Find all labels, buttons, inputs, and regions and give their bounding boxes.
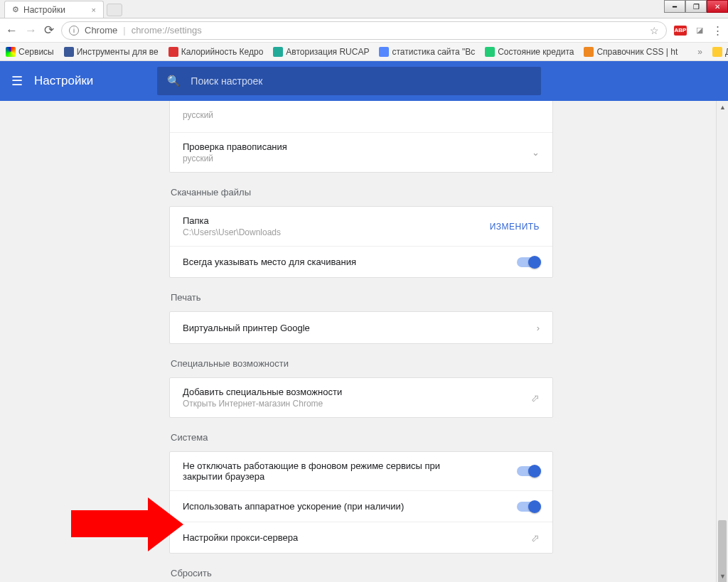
browser-tab[interactable]: ⚙ Настройки × <box>4 1 104 18</box>
hw-accel-row: Использовать аппаратное ускорение (при н… <box>170 490 552 522</box>
chevron-right-icon: › <box>537 323 540 333</box>
menu-icon[interactable]: ☰ <box>0 73 34 89</box>
proxy-row[interactable]: Настройки прокси-сервера ⬀ <box>170 522 552 553</box>
external-link-icon: ⬀ <box>531 392 540 404</box>
minimize-button[interactable]: ━ <box>664 0 685 13</box>
spellcheck-row[interactable]: Проверка правописания русский ⌄ <box>170 132 552 172</box>
address-bar[interactable]: i Chrome | chrome://settings ☆ <box>61 21 667 40</box>
bookmarks-bar: Сервисы Инструменты для ве Калорийность … <box>0 43 728 61</box>
language-card: русский Проверка правописания русский ⌄ <box>169 101 553 173</box>
downloads-folder-row: Папка C:\Users\User\Downloads ИЗМЕНИТЬ <box>170 207 552 246</box>
new-tab-button[interactable] <box>107 4 122 16</box>
print-card: Виртуальный принтер Google › <box>169 311 553 344</box>
external-link-icon: ⬀ <box>531 532 540 544</box>
section-a11y: Специальные возможности <box>171 358 553 369</box>
scroll-down-icon[interactable]: ▼ <box>717 570 728 582</box>
a11y-card: Добавить специальные возможности Открыть… <box>169 377 553 418</box>
abp-extension-icon[interactable]: ABP <box>674 26 687 36</box>
bookmark-item[interactable]: Сервисы <box>6 47 54 57</box>
url-scheme: Chrome <box>85 25 117 36</box>
tab-strip: ⚙ Настройки × <box>0 0 728 18</box>
bookmarks-overflow-icon[interactable]: » <box>697 47 702 57</box>
settings-search[interactable]: 🔍 <box>157 67 541 95</box>
search-icon: 🔍 <box>167 75 181 87</box>
add-a11y-row[interactable]: Добавить специальные возможности Открыть… <box>170 378 552 417</box>
back-button[interactable]: ← <box>6 23 18 38</box>
close-button[interactable]: ✕ <box>707 0 728 13</box>
bookmark-item[interactable]: Состояние кредита <box>485 47 574 57</box>
section-reset: Сбросить <box>171 568 553 578</box>
bookmark-item[interactable]: Калорийность Кедро <box>168 47 264 57</box>
change-folder-button[interactable]: ИЗМЕНИТЬ <box>490 222 540 232</box>
bg-apps-row: Не отключать работающие в фоновом режиме… <box>170 452 552 490</box>
downloads-ask-row: Всегда указывать место для скачивания <box>170 246 552 277</box>
scrollbar[interactable]: ▲ ▼ <box>716 101 728 582</box>
settings-header: ☰ Настройки 🔍 <box>0 61 728 101</box>
tab-close-icon[interactable]: × <box>92 6 96 14</box>
maximize-button[interactable]: ❐ <box>685 0 707 13</box>
toggle-hw-accel[interactable] <box>517 502 540 512</box>
window-controls: ━ ❐ ✕ <box>664 0 728 13</box>
cloud-print-row[interactable]: Виртуальный принтер Google › <box>170 312 552 343</box>
bookmark-star-icon[interactable]: ☆ <box>650 25 659 36</box>
section-system: Система <box>171 432 553 443</box>
other-bookmarks[interactable]: Другие закладки <box>712 47 728 57</box>
toggle-ask-location[interactable] <box>517 257 540 267</box>
bookmark-item[interactable]: статистика сайта "Вс <box>379 47 475 57</box>
scroll-up-icon[interactable]: ▲ <box>717 101 728 113</box>
bookmark-item[interactable]: Инструменты для ве <box>64 47 159 57</box>
section-print: Печать <box>171 292 553 303</box>
browser-menu-button[interactable]: ⋮ <box>712 24 722 37</box>
toggle-bg-apps[interactable] <box>517 466 540 476</box>
page-title: Настройки <box>34 74 93 88</box>
url-text: chrome://settings <box>132 25 202 36</box>
bookmark-item[interactable]: Справочник CSS | ht <box>584 47 678 57</box>
extension-icon[interactable]: ◪ <box>694 25 705 36</box>
chevron-down-icon: ⌄ <box>532 147 540 158</box>
settings-search-input[interactable] <box>191 75 531 87</box>
section-downloads: Скачанные файлы <box>171 187 553 198</box>
reload-button[interactable]: ⟳ <box>44 23 54 38</box>
downloads-card: Папка C:\Users\User\Downloads ИЗМЕНИТЬ В… <box>169 206 553 278</box>
system-card: Не отключать работающие в фоновом режиме… <box>169 451 553 554</box>
bookmark-item[interactable]: Авторизация RUCAP <box>273 47 369 57</box>
site-info-icon[interactable]: i <box>69 26 79 36</box>
forward-button[interactable]: → <box>25 23 37 38</box>
browser-toolbar: ← → ⟳ i Chrome | chrome://settings ☆ ABP… <box>0 18 728 43</box>
tab-title: Настройки <box>23 5 65 15</box>
gear-icon: ⚙ <box>12 5 19 14</box>
